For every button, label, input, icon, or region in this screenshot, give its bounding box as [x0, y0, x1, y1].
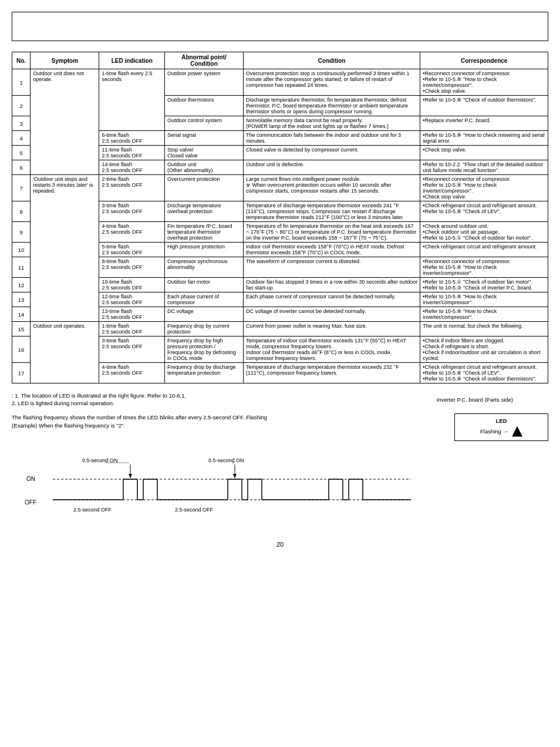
table-row: 15	[12, 322, 31, 337]
col-header-correspondence: Correspondence	[420, 52, 548, 69]
diagram-text: The flashing frequency shows the number …	[12, 413, 352, 430]
table-row-correspondence: •Refer to 10-5.⑧ "How to check inverter/…	[420, 292, 548, 307]
table-row: 10	[12, 243, 31, 257]
page-number: 20	[12, 541, 548, 548]
table-row-abnormal: Frequency drop by high pressure protecti…	[165, 337, 244, 363]
col-header-symptom: Symptom	[31, 52, 99, 69]
svg-text:0.5-second ON: 0.5-second ON	[208, 457, 244, 463]
table-row-condition: Temperature of indoor coil thermistor ex…	[243, 337, 420, 363]
footnote-note2: 2. LED is lighted during normal operatio…	[12, 399, 186, 407]
table-row: 4	[12, 131, 31, 146]
diagram-section: The flashing frequency shows the number …	[12, 413, 548, 441]
table-row-condition: Large current flows into intelligent pow…	[243, 175, 420, 201]
footnote-row-1: : 1. The location of LED is illustrated …	[12, 392, 548, 408]
table-row-condition: The communication fails between the indo…	[243, 131, 420, 146]
svg-text:ON: ON	[26, 476, 35, 482]
col-header-no: No.	[12, 52, 31, 69]
table-row-correspondence: •Check around outdoor unit. •Check outdo…	[420, 222, 548, 243]
svg-marker-34	[233, 474, 237, 478]
table-row-led: 11-time flash 2.5 seconds OFF	[99, 146, 165, 160]
svg-text:2.5-second OFF: 2.5-second OFF	[175, 507, 214, 513]
col-header-abnormal: Abnormal point/ Condition	[165, 52, 244, 69]
table-row-correspondence: •Check if indoor filters are clogged. •C…	[420, 337, 548, 363]
table-row-abnormal: Discharge temperature overheat protectio…	[165, 201, 244, 222]
table-row-correspondence: •Check refrigerant circuit and refrigera…	[420, 243, 548, 257]
table-row-condition: Nonvolatile memory data cannot be read p…	[243, 116, 420, 131]
led-arrow-label: Flashing →	[480, 428, 508, 435]
table-row: 11	[12, 257, 31, 278]
table-row-led: 3-time flash 2.5 seconds OFF	[99, 201, 165, 222]
table-row: 9	[12, 222, 31, 243]
table-row-correspondence: •Check refrigerant circuit and refrigera…	[420, 363, 548, 383]
col-header-led: LED indication	[99, 52, 165, 69]
table-row-correspondence: •Check refrigerant circuit and refrigera…	[420, 201, 548, 222]
table-row-abnormal: Outdoor thermistors	[165, 96, 244, 116]
table-row-abnormal: Each phase current of compressor	[165, 292, 244, 307]
table-row-abnormal: Stop valve/ Closed valve	[165, 146, 244, 160]
table-row: 7	[12, 175, 31, 201]
table-row-condition: Overcurrent protection stop is continuou…	[243, 69, 420, 96]
table-row-abnormal: Fin temperature /P.C. board temperature …	[165, 222, 244, 243]
waveform-container: ON OFF	[23, 453, 537, 529]
table-row-abnormal: Frequency drop by discharge temperature …	[165, 363, 244, 383]
diagram-text1: The flashing frequency shows the number …	[12, 413, 352, 422]
table-row: 3	[12, 116, 31, 131]
header-box	[12, 12, 548, 41]
table-row: 6	[12, 160, 31, 175]
table-row-led: 14-time flash 2.5 seconds OFF	[99, 160, 165, 175]
table-row-correspondence: •Reconnect connector of compressor. •Ref…	[420, 175, 548, 201]
main-table: No. Symptom LED indication Abnormal poin…	[12, 52, 548, 383]
table-row-abnormal: High pressure protection	[165, 243, 244, 257]
table-row-condition: Temperature of fin temperature thermisto…	[243, 222, 420, 243]
table-row-led: 4-time flash 2.5 seconds OFF	[99, 222, 165, 243]
led-title: LED	[462, 418, 541, 424]
table-row-led: 10-time flash 2.5 seconds OFF	[99, 278, 165, 292]
table-row-condition: Closed valve is detected by compressor c…	[243, 146, 420, 160]
table-row-abnormal: Outdoor control system	[165, 116, 244, 131]
table-row: 16	[12, 337, 31, 363]
table-row-symptom: Outdoor unit operates.	[31, 322, 99, 383]
table-row-led: 13-time flash 2.5 seconds OFF	[99, 307, 165, 322]
table-row: 12	[12, 278, 31, 292]
table-row-condition: Temperature of discharge temperature the…	[243, 363, 420, 383]
table-row-condition: Temperature of discharge temperature the…	[243, 201, 420, 222]
table-row-correspondence: •Reconnect connector of compressor. •Ref…	[420, 257, 548, 278]
table-row-abnormal: Overcurrent protection	[165, 175, 244, 201]
table-row-led: 8-time flash 2.5 seconds OFF	[99, 257, 165, 278]
footnote-section: : 1. The location of LED is illustrated …	[12, 392, 548, 408]
table-row: 5	[12, 146, 31, 160]
table-row-condition: Each phase current of compressor cannot …	[243, 292, 420, 307]
inverter-label: Inverter P.C. board (Parts side)	[437, 396, 513, 403]
table-row-correspondence: •Check stop valve.	[420, 146, 548, 160]
table-row-condition: Outdoor unit is defective.	[243, 160, 420, 175]
table-row-symptom: 'Outdoor unit stops and restarts 3 minut…	[31, 175, 99, 322]
table-row-abnormal: Outdoor unit (Other abnormality)	[165, 160, 244, 175]
table-row-abnormal: Outdoor power system	[165, 69, 244, 96]
table-row-led: 3-time flash 2.5 seconds OFF	[99, 337, 165, 363]
table-row: 14	[12, 307, 31, 322]
table-row-correspondence: •Reconnect connector of compressor. •Ref…	[420, 69, 548, 96]
table-row-condition: Discharge temperature thermistor, fin te…	[243, 96, 420, 116]
table-row-abnormal: Serial signal	[165, 131, 244, 146]
led-arrow-row: Flashing →	[462, 426, 541, 437]
footnote-note1: : 1. The location of LED is illustrated …	[12, 392, 186, 399]
table-row-led: 6-time flash 2.5 seconds OFF	[99, 131, 165, 146]
table-row: 1	[12, 69, 31, 96]
table-row-condition: DC voltage of inverter cannot be detecte…	[243, 307, 420, 322]
table-row-condition: Outdoor fan has stopped 3 times in a row…	[243, 278, 420, 292]
table-row-led: 1-time flash 2.5 seconds OFF	[99, 322, 165, 337]
table-row-abnormal: Compressor synchronous abnormality	[165, 257, 244, 278]
diagram-text2: (Example) When the flashing frequency is…	[12, 422, 352, 430]
table-row-led: 1-time flash every 2.5 seconds	[99, 69, 165, 131]
table-row-led: 4-time flash 2.5 seconds OFF	[99, 363, 165, 383]
svg-marker-30	[129, 474, 132, 478]
table-row-correspondence: •Refer to 10-5.① "Check of outdoor fan m…	[420, 278, 548, 292]
table-row-abnormal: Outdoor fan motor	[165, 278, 244, 292]
table-row-abnormal: Frequency drop by current protection	[165, 322, 244, 337]
table-row-condition: Current from power outlet is nearing Max…	[243, 322, 420, 337]
table-row-correspondence: •Refer to 10-2.2. "Flow chart of the det…	[420, 160, 548, 175]
table-row-abnormal: DC voltage	[165, 307, 244, 322]
table-row-correspondence: •Replace inverter P.C. board.	[420, 116, 548, 131]
col-header-condition: Condition	[243, 52, 420, 69]
table-row: 2	[12, 96, 31, 116]
